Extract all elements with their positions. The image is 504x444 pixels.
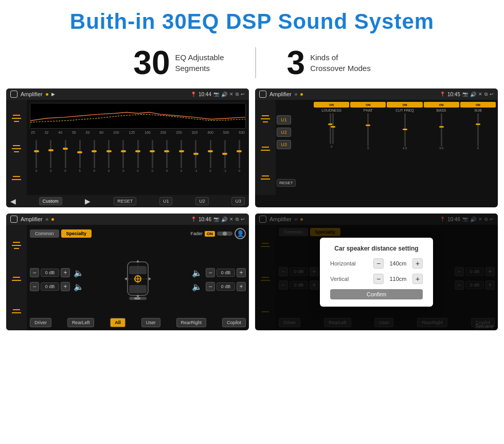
- page-title: Buith-in 30EQ DSP Sound System: [10, 9, 494, 34]
- close-icon2[interactable]: ✕: [478, 92, 482, 97]
- back-icon1[interactable]: ↩: [241, 92, 245, 97]
- eq-slider-13[interactable]: 0: [204, 136, 217, 172]
- u3-cross-btn[interactable]: U3: [277, 140, 291, 149]
- cross-left-panel: [255, 100, 276, 195]
- window-icon2[interactable]: ⧉: [484, 92, 488, 97]
- window-icon1[interactable]: ⧉: [236, 92, 239, 97]
- vertical-minus[interactable]: −: [373, 274, 384, 284]
- user-btn[interactable]: User: [141, 318, 160, 327]
- db-minus-tr[interactable]: −: [206, 268, 215, 277]
- db-value-bl: 0 dB: [41, 282, 59, 291]
- window-icon3[interactable]: ⧉: [236, 217, 239, 222]
- horizontal-plus[interactable]: +: [412, 258, 423, 269]
- u3-btn[interactable]: U3: [231, 197, 245, 205]
- close-icon1[interactable]: ✕: [229, 92, 233, 97]
- rearright-btn[interactable]: RearRight: [176, 318, 207, 327]
- dot2b: [300, 93, 303, 96]
- svg-marker-11: [124, 277, 127, 280]
- eq-icon-1[interactable]: [12, 114, 21, 122]
- u2-btn[interactable]: U2: [195, 197, 209, 205]
- eq-slider-7[interactable]: 0: [117, 136, 130, 172]
- db-minus-tl[interactable]: −: [30, 268, 39, 277]
- sp-tab-specialty[interactable]: Specialty: [61, 229, 92, 238]
- close-icon3[interactable]: ✕: [229, 217, 233, 222]
- db-plus-tr[interactable]: +: [237, 268, 246, 277]
- eq-slider-4[interactable]: 5: [74, 136, 86, 172]
- sp-icon-2[interactable]: [12, 276, 21, 281]
- screen3-time: 10:46: [199, 217, 211, 222]
- reset-btn1[interactable]: RESET: [114, 197, 136, 205]
- play-icon[interactable]: ▶: [51, 92, 55, 97]
- stat-crossover-desc: Kinds of Crossover Modes: [310, 52, 371, 74]
- dot3a: [46, 218, 48, 221]
- sp-icon-3[interactable]: [12, 309, 21, 314]
- eq-slider-12[interactable]: -1: [189, 136, 202, 172]
- eq-main-area: 253240506380100125160200250320400500630 …: [27, 100, 249, 195]
- screen-speaker-dialog: Amplifier 📍 10:46 📷 🔊 ✕ ⧉ ↩: [255, 214, 498, 330]
- screen1-time: 10:44: [199, 92, 211, 97]
- cross-col-sub: ON SUB 0: [460, 102, 496, 193]
- sp-icon-1[interactable]: [12, 241, 21, 250]
- u1-btn[interactable]: U1: [159, 197, 173, 205]
- screen3-bar: Amplifier 📍 10:46 📷 🔊 ✕ ⧉ ↩: [6, 214, 249, 225]
- db-control-tr: 🔈 − 0 dB +: [167, 268, 246, 278]
- next-btn[interactable]: ▶: [85, 197, 91, 205]
- cross-col-bass: ON BASS 3.0: [424, 102, 459, 193]
- db-plus-bl[interactable]: +: [61, 282, 70, 291]
- cross-icon-2[interactable]: [261, 146, 270, 151]
- eq-slider-8[interactable]: 0: [131, 136, 144, 172]
- db-plus-br[interactable]: +: [237, 282, 246, 291]
- driver-btn[interactable]: Driver: [30, 318, 51, 327]
- cross-icon-1[interactable]: [261, 115, 270, 123]
- screen1-bottom: ◀ Custom ▶ RESET U1 U2 U3: [6, 195, 249, 207]
- sp-main: Common Specialty Fader ON 👤: [27, 225, 249, 330]
- back-icon3[interactable]: ↩: [241, 217, 245, 222]
- vertical-plus[interactable]: +: [412, 274, 423, 284]
- eq-slider-3[interactable]: 0: [59, 136, 71, 172]
- cross-icon-3[interactable]: [261, 175, 270, 180]
- eq-slider-11[interactable]: 0: [175, 136, 188, 172]
- home-icon2[interactable]: [259, 91, 266, 98]
- eq-curve-box: [30, 103, 246, 129]
- eq-slider-15[interactable]: 0: [233, 136, 246, 172]
- confirm-btn[interactable]: Confirm: [330, 289, 423, 299]
- eq-slider-9[interactable]: 0: [146, 136, 159, 172]
- screen3-app-name: Amplifier: [21, 216, 43, 222]
- horizontal-minus[interactable]: −: [373, 258, 384, 269]
- eq-slider-2[interactable]: 0: [44, 136, 57, 172]
- eq-slider-10[interactable]: 0: [160, 136, 173, 172]
- reset-cross-btn[interactable]: RESET: [277, 179, 296, 187]
- vol-icon3: 🔊: [221, 217, 227, 222]
- screen-speaker: Amplifier 📍 10:46 📷 🔊 ✕ ⧉ ↩: [6, 214, 249, 330]
- rearleft-btn[interactable]: RearLeft: [67, 318, 95, 327]
- dialog-title: Car speaker distance setting: [330, 245, 423, 252]
- eq-slider-1[interactable]: 0: [30, 136, 43, 172]
- db-minus-bl[interactable]: −: [30, 282, 39, 291]
- db-minus-br[interactable]: −: [206, 282, 215, 291]
- camera-icon3: 📷: [213, 217, 219, 222]
- eq-icon-3[interactable]: [12, 175, 21, 181]
- prev-btn[interactable]: ◀: [10, 197, 16, 205]
- home-icon[interactable]: [10, 91, 17, 98]
- eq-slider-14[interactable]: -1: [219, 136, 231, 172]
- screen2-app-name: Amplifier: [269, 91, 292, 97]
- dot2a: [295, 93, 297, 96]
- u1-cross-btn[interactable]: U1: [277, 115, 291, 125]
- fader-label: Fader: [190, 231, 203, 236]
- screen2-body: U1 U2 U3 RESET ON LOUDNESS: [255, 100, 498, 195]
- stat-eq-desc: EQ Adjustable Segments: [175, 52, 224, 74]
- fader-slider[interactable]: [217, 232, 232, 236]
- custom-label: Custom: [39, 197, 62, 205]
- home-icon3[interactable]: [10, 216, 17, 223]
- all-btn[interactable]: All: [110, 318, 125, 327]
- db-plus-tl[interactable]: +: [61, 268, 70, 277]
- u2-cross-btn[interactable]: U2: [277, 128, 291, 137]
- copilot-btn[interactable]: Copilot: [222, 318, 246, 327]
- sp-tab-common[interactable]: Common: [30, 229, 59, 238]
- db-control-br: 🔈 − 0 dB +: [167, 282, 246, 292]
- eq-slider-5[interactable]: 0: [88, 136, 101, 172]
- eq-icon-2[interactable]: [12, 145, 21, 153]
- back-icon2[interactable]: ↩: [490, 92, 494, 97]
- eq-slider-6[interactable]: 0: [102, 136, 115, 172]
- screen1-app-name: Amplifier: [21, 91, 43, 97]
